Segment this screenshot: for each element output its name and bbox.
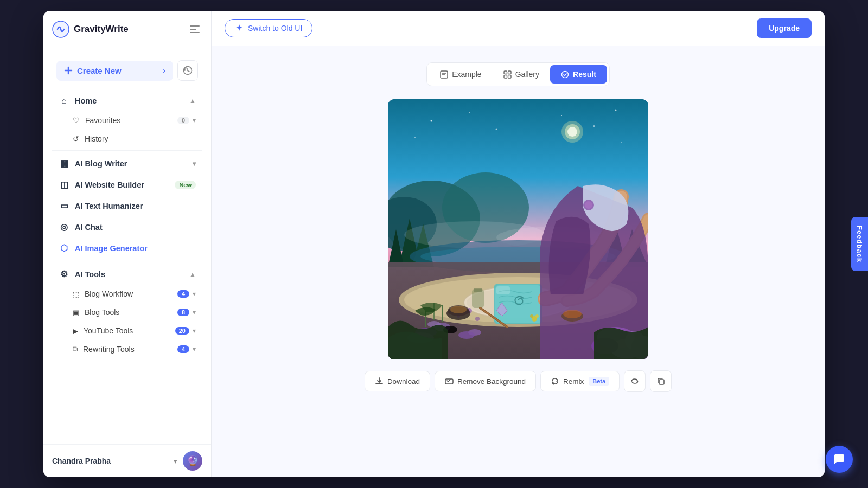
youtube-tools-chevron-icon: ▾	[193, 327, 196, 335]
svg-point-14	[496, 129, 497, 130]
remix-button[interactable]: Remix Beta	[540, 371, 620, 391]
history-icon-button[interactable]	[177, 60, 198, 81]
tabs-row: Example Gallery Result	[426, 62, 610, 86]
svg-point-17	[615, 110, 617, 111]
favourites-count-badge: 0	[177, 117, 189, 124]
svg-rect-66	[474, 288, 482, 292]
svg-point-70	[563, 310, 582, 318]
blog-workflow-chevron-icon: ▾	[193, 290, 196, 298]
user-name-label: Chandra Prabha	[52, 457, 111, 465]
main-content: Switch to Old UI Upgrade Example	[212, 11, 825, 477]
divider-2	[52, 261, 202, 261]
svg-point-41	[585, 201, 592, 209]
favourites-chevron-icon: ▾	[193, 117, 196, 124]
logo: GravityWrite	[52, 21, 129, 38]
sidebar-header: GravityWrite	[43, 11, 211, 48]
remove-background-button[interactable]: Remove Background	[435, 371, 536, 391]
chat-bubble-icon	[833, 453, 845, 465]
sidebar-item-rewriting-tools[interactable]: ⧉ Rewriting Tools 4 ▾	[48, 340, 207, 358]
svg-point-15	[561, 115, 562, 116]
sidebar-item-home[interactable]: ⌂ Home ▲	[48, 91, 207, 111]
feedback-tab[interactable]: Feedback	[851, 217, 868, 271]
svg-point-12	[431, 120, 432, 122]
svg-point-22	[567, 127, 577, 137]
website-builder-new-badge: New	[175, 181, 196, 189]
svg-point-73	[535, 314, 539, 318]
svg-point-10	[562, 71, 569, 78]
gallery-tab-icon	[503, 70, 512, 79]
svg-point-13	[469, 112, 470, 113]
blog-tools-icon: ▣	[73, 309, 79, 317]
svg-point-64	[450, 306, 467, 313]
svg-rect-8	[504, 75, 507, 78]
bottom-actions-row: Download Remove Background	[365, 370, 672, 392]
image-generator-icon: ⬡	[59, 243, 69, 253]
remix-icon	[551, 377, 559, 386]
create-new-button[interactable]: Create New ›	[56, 61, 173, 81]
sidebar-item-ai-text-humanizer[interactable]: ▭ AI Text Humanizer	[48, 195, 207, 216]
sidebar-toggle-button[interactable]	[187, 22, 202, 37]
refresh-button[interactable]	[624, 370, 646, 392]
top-bar: Switch to Old UI Upgrade	[212, 11, 825, 46]
tab-example[interactable]: Example	[429, 65, 492, 84]
app-name: GravityWrite	[74, 24, 129, 35]
switch-to-old-ui-button[interactable]: Switch to Old UI	[225, 19, 312, 37]
generated-image-container	[388, 99, 648, 359]
refresh-icon	[630, 377, 639, 386]
sidebar-item-ai-tools[interactable]: ⚙ AI Tools ▲	[48, 264, 207, 285]
blog-writer-chevron-icon: ▾	[193, 160, 196, 168]
copy-icon	[656, 377, 665, 386]
user-info: Chandra Prabha	[52, 457, 111, 465]
center-content: Example Gallery Result	[212, 46, 825, 477]
sidebar-item-blog-workflow[interactable]: ⬚ Blog Workflow 4 ▾	[48, 285, 207, 303]
blog-tools-chevron-icon: ▾	[193, 309, 196, 316]
sidebar-item-favourites[interactable]: ♡ Favourites 0 ▾	[48, 111, 207, 130]
create-new-row: Create New ›	[50, 55, 205, 86]
svg-rect-76	[445, 379, 453, 384]
blog-writer-icon: ▦	[59, 158, 69, 169]
blog-workflow-count-badge: 4	[177, 290, 189, 298]
create-new-chevron-icon: ›	[163, 66, 165, 75]
upgrade-button[interactable]: Upgrade	[757, 18, 812, 38]
plus-icon	[64, 66, 73, 75]
sidebar-item-ai-blog-writer[interactable]: ▦ AI Blog Writer ▾	[48, 153, 207, 174]
blog-tools-count-badge: 8	[177, 309, 189, 316]
svg-point-51	[458, 331, 475, 339]
copy-button[interactable]	[650, 370, 672, 392]
blog-workflow-icon: ⬚	[73, 290, 79, 298]
svg-point-16	[593, 125, 595, 127]
tab-gallery[interactable]: Gallery	[493, 65, 550, 84]
sidebar-item-youtube-tools[interactable]: ▶ YouTube Tools 20 ▾	[48, 322, 207, 340]
sidebar-item-ai-chat[interactable]: ◎ AI Chat	[48, 216, 207, 237]
chat-bubble-button[interactable]	[826, 446, 853, 473]
result-tab-icon	[561, 70, 569, 79]
rewriting-tools-chevron-icon: ▾	[193, 345, 196, 353]
svg-rect-3	[190, 32, 200, 33]
sidebar-item-blog-tools[interactable]: ▣ Blog Tools 8 ▾	[48, 303, 207, 322]
user-profile-section[interactable]: Chandra Prabha ▾ 🔮	[43, 444, 211, 477]
svg-rect-77	[659, 380, 664, 384]
example-tab-icon	[440, 70, 448, 79]
youtube-tools-count-badge: 20	[175, 327, 189, 335]
website-builder-icon: ◫	[59, 179, 69, 190]
svg-rect-7	[508, 71, 511, 74]
history-sub-icon: ↺	[73, 134, 79, 143]
rewriting-tools-count-badge: 4	[177, 345, 189, 353]
generated-image	[388, 99, 648, 359]
text-humanizer-icon: ▭	[59, 201, 69, 211]
sidebar-item-ai-website-builder[interactable]: ◫ AI Website Builder New	[48, 174, 207, 195]
remove-bg-icon	[445, 377, 454, 386]
svg-rect-6	[504, 71, 507, 74]
download-button[interactable]: Download	[365, 371, 430, 391]
sidebar-item-ai-image-generator[interactable]: ⬡ AI Image Generator	[48, 237, 207, 259]
sidebar: GravityWrite Create New ›	[43, 11, 212, 477]
user-chevron-icon: ▾	[174, 457, 177, 465]
home-chevron-icon: ▲	[189, 97, 196, 105]
tab-result[interactable]: Result	[550, 65, 607, 84]
svg-rect-1	[190, 25, 200, 27]
user-avatar: 🔮	[183, 451, 202, 471]
svg-rect-2	[190, 29, 196, 30]
sidebar-item-history[interactable]: ↺ History	[48, 130, 207, 148]
nav-section: ⌂ Home ▲ ♡ Favourites 0 ▾ ↺	[43, 88, 211, 361]
sparkle-icon	[235, 24, 244, 33]
